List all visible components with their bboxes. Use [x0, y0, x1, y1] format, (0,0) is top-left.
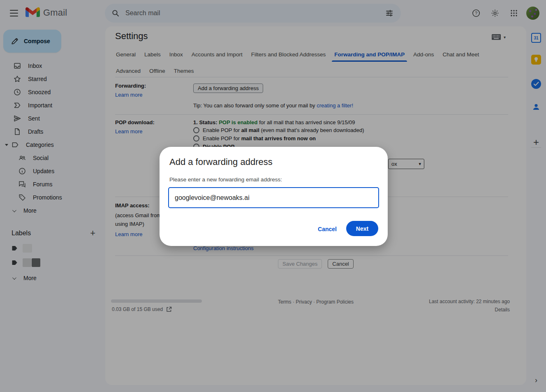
- dialog-title: Add a forwarding address: [169, 157, 273, 167]
- gmail-settings-page: Gmail ?: [0, 0, 546, 392]
- dialog-next-button[interactable]: Next: [346, 221, 378, 236]
- dialog-cancel-button[interactable]: Cancel: [312, 223, 343, 235]
- forwarding-email-input[interactable]: [168, 187, 379, 208]
- add-forwarding-address-dialog: Add a forwarding address Please enter a …: [160, 147, 388, 246]
- dialog-prompt: Please enter a new forwarding email addr…: [169, 176, 282, 183]
